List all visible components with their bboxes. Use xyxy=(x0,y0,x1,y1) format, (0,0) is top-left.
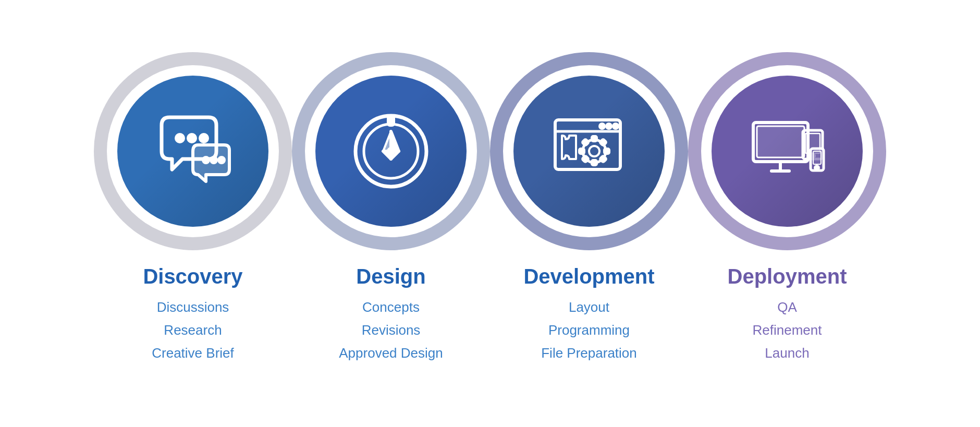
stage-items: DiscussionsResearchCreative Brief xyxy=(152,296,234,365)
svg-point-4 xyxy=(211,157,216,163)
stage-item: Concepts xyxy=(339,296,443,319)
svg-point-18 xyxy=(614,124,618,128)
inner-circle xyxy=(513,76,665,227)
stage-item: Approved Design xyxy=(339,341,443,364)
stage-deployment: Deployment QARefinementLaunch xyxy=(672,52,902,365)
stage-item: Research xyxy=(152,319,234,341)
stage-items: ConceptsRevisionsApproved Design xyxy=(339,296,443,365)
stage-title: Deployment xyxy=(728,265,847,288)
svg-point-5 xyxy=(219,157,224,163)
svg-point-0 xyxy=(176,135,183,142)
inner-circle xyxy=(712,76,863,227)
stage-item: QA xyxy=(753,296,822,319)
middle-ring xyxy=(107,65,279,237)
stage-development: Development LayoutProgrammingFile Prepar… xyxy=(474,52,704,365)
middle-ring xyxy=(305,65,477,237)
stage-title: Development xyxy=(523,265,654,288)
svg-rect-22 xyxy=(592,161,596,165)
svg-rect-26 xyxy=(600,156,606,162)
dev-icon xyxy=(547,109,631,193)
stage-item: Programming xyxy=(541,319,637,341)
stage-item: Discussions xyxy=(152,296,234,319)
stage-item: Layout xyxy=(541,296,637,319)
svg-rect-21 xyxy=(592,137,596,141)
inner-circle xyxy=(117,76,268,227)
stage-item: File Preparation xyxy=(541,341,637,364)
svg-rect-27 xyxy=(600,139,606,145)
stage-discovery: Discovery DiscussionsResearchCreative Br… xyxy=(78,52,308,365)
middle-ring xyxy=(503,65,675,237)
svg-point-16 xyxy=(600,124,604,128)
stage-title: Design xyxy=(356,265,425,288)
stage-items: QARefinementLaunch xyxy=(753,296,822,365)
compass-icon xyxy=(349,109,433,193)
svg-point-17 xyxy=(607,124,611,128)
inner-circle xyxy=(315,76,467,227)
svg-rect-38 xyxy=(813,151,821,164)
stage-items: LayoutProgrammingFile Preparation xyxy=(541,296,637,365)
svg-point-1 xyxy=(188,135,195,142)
svg-point-2 xyxy=(200,135,207,142)
svg-point-3 xyxy=(203,157,209,163)
stage-item: Refinement xyxy=(753,319,822,341)
outer-ring xyxy=(94,52,292,250)
stage-item: Creative Brief xyxy=(152,341,234,364)
svg-rect-30 xyxy=(757,126,804,157)
outer-ring xyxy=(292,52,490,250)
svg-point-20 xyxy=(589,146,599,156)
chat-icon xyxy=(151,109,235,193)
svg-rect-28 xyxy=(582,156,588,162)
outer-ring xyxy=(688,52,886,250)
outer-ring xyxy=(490,52,688,250)
svg-rect-25 xyxy=(582,139,588,145)
svg-rect-8 xyxy=(388,116,394,125)
middle-ring xyxy=(701,65,873,237)
svg-rect-24 xyxy=(605,149,609,153)
stage-item: Launch xyxy=(753,341,822,364)
stage-design: Design ConceptsRevisionsApproved Design xyxy=(276,52,506,365)
svg-point-37 xyxy=(815,166,818,169)
stage-item: Revisions xyxy=(339,319,443,341)
devices-icon xyxy=(745,109,829,193)
svg-point-13 xyxy=(388,149,394,154)
main-container: Discovery DiscussionsResearchCreative Br… xyxy=(0,42,980,386)
svg-rect-23 xyxy=(580,149,584,153)
stage-title: Discovery xyxy=(143,265,242,288)
